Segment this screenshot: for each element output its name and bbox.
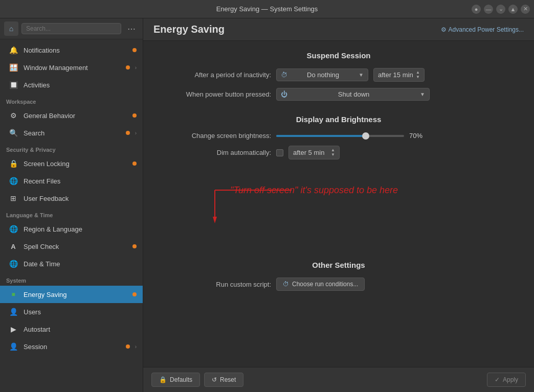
window-maximize-btn[interactable]: ▲: [508, 5, 518, 14]
search-dot: [126, 131, 130, 135]
session-icon: 👤: [8, 341, 18, 352]
chevron-right-icon: ›: [135, 130, 137, 136]
window-management-dot: [126, 65, 130, 70]
inactivity-label: After a period of inactivity:: [159, 71, 271, 79]
power-button-row: When power button pressed: ⏻ Shut down ▼: [159, 88, 519, 101]
sidebar-item-search[interactable]: 🔍 Search ›: [0, 124, 143, 142]
brightness-slider-fill: [276, 135, 366, 137]
other-settings-group: Other Settings Run custom script: ⏱ Choo…: [159, 261, 519, 291]
sidebar: ⌂ ⋯ 🔔 Notifications 🪟 Window Management …: [0, 18, 143, 392]
sidebar-item-window-management[interactable]: 🪟 Window Management ›: [0, 59, 143, 76]
sidebar-item-spell-check[interactable]: A Spell Check: [0, 238, 143, 255]
sidebar-section-system: System: [0, 272, 143, 286]
session-dot: [126, 344, 130, 349]
window-shade-btn[interactable]: ⌄: [496, 5, 505, 14]
spinner-controls: ▲ ▼: [416, 71, 420, 79]
sidebar-item-users[interactable]: 👤 Users: [0, 303, 143, 320]
page-title: Energy Saving: [153, 24, 225, 35]
spinner-up-icon[interactable]: ▲: [416, 71, 420, 75]
brightness-slider-thumb[interactable]: [362, 132, 369, 140]
screen-locking-dot: [132, 162, 137, 166]
do-nothing-icon: ⏱: [281, 71, 287, 79]
shutdown-icon: ⏻: [281, 90, 287, 98]
other-settings-title: Other Settings: [159, 261, 519, 269]
custom-script-label: Run custom script:: [159, 281, 271, 288]
sidebar-header: ⌂ ⋯: [0, 18, 143, 39]
sidebar-item-label: Session: [24, 343, 121, 351]
brightness-slider-track[interactable]: [276, 135, 404, 137]
sidebar-item-label: Recent Files: [24, 177, 137, 185]
display-brightness-group: Display and Brightness Change screen bri…: [159, 115, 519, 246]
spell-check-dot: [132, 244, 137, 248]
apply-button[interactable]: ✓ Apply: [487, 373, 526, 387]
defaults-button[interactable]: 🔒 Defaults: [151, 373, 200, 387]
sidebar-item-label: Window Management: [24, 64, 121, 72]
dim-spinner[interactable]: after 5 min ▲ ▼: [288, 146, 340, 159]
reset-button[interactable]: ↺ Reset: [204, 373, 243, 387]
chevron-right-icon: ›: [135, 65, 137, 71]
window-minimize-btn[interactable]: —: [484, 5, 493, 14]
window-close-btn[interactable]: ✕: [521, 5, 530, 14]
content-body: Suspend Session After a period of inacti…: [143, 41, 534, 367]
dropdown-arrow-icon: ▼: [420, 91, 425, 97]
sidebar-section-workspace: Workspace: [0, 94, 143, 107]
sidebar-item-energy-saving[interactable]: ■ Energy Saving: [0, 286, 143, 303]
date-time-icon: 🌐: [8, 259, 18, 269]
main-layout: ⌂ ⋯ 🔔 Notifications 🪟 Window Management …: [0, 18, 534, 392]
spinner-down-icon[interactable]: ▼: [331, 153, 335, 157]
notifications-dot: [132, 48, 137, 52]
defaults-icon: 🔒: [159, 376, 167, 383]
suspend-session-group: Suspend Session After a period of inacti…: [159, 51, 519, 101]
sidebar-item-activities[interactable]: 🔲 Activities: [0, 76, 143, 94]
general-behavior-icon: ⚙: [8, 110, 18, 121]
sidebar-item-autostart[interactable]: ▶ Autostart: [0, 320, 143, 338]
sidebar-item-recent-files[interactable]: 🌐 Recent Files: [0, 172, 143, 190]
sidebar-item-notifications[interactable]: 🔔 Notifications: [0, 41, 143, 59]
dim-label: Dim automatically:: [159, 149, 271, 156]
sidebar-item-label: Spell Check: [24, 243, 127, 250]
energy-saving-icon: ■: [8, 289, 18, 299]
spinner-up-icon[interactable]: ▲: [331, 148, 335, 152]
sidebar-item-label: Screen Locking: [24, 160, 127, 168]
users-icon: 👤: [8, 307, 18, 317]
brightness-value: 70%: [409, 132, 430, 140]
window-idle-btn[interactable]: ●: [472, 5, 481, 14]
autostart-icon: ▶: [8, 324, 18, 334]
sidebar-item-label: General Behavior: [24, 112, 127, 120]
spell-check-icon: A: [8, 241, 18, 251]
sidebar-item-user-feedback[interactable]: ⊞ User Feedback: [0, 190, 143, 207]
sidebar-item-general-behavior[interactable]: ⚙ General Behavior: [0, 107, 143, 124]
window-controls: ● — ⌄ ▲ ✕: [472, 5, 530, 14]
titlebar: Energy Saving — System Settings ● — ⌄ ▲ …: [0, 0, 534, 18]
inactivity-spinner[interactable]: after 15 min ▲ ▼: [373, 68, 425, 82]
footer-left-buttons: 🔒 Defaults ↺ Reset: [151, 373, 243, 387]
power-settings-icon: ⚙: [441, 26, 447, 33]
custom-script-row: Run custom script: ⏱ Choose run conditio…: [159, 278, 519, 291]
sidebar-item-label: Autostart: [24, 326, 137, 333]
search-icon: 🔍: [8, 128, 18, 138]
general-behavior-dot: [132, 113, 137, 118]
chevron-right-icon: ›: [135, 344, 137, 350]
advanced-power-button[interactable]: ⚙ Advanced Power Settings...: [441, 26, 524, 33]
spinner-down-icon[interactable]: ▼: [416, 75, 420, 79]
sidebar-item-date-time[interactable]: 🌐 Date & Time: [0, 255, 143, 272]
sidebar-item-screen-locking[interactable]: 🔒 Screen Locking: [0, 155, 143, 172]
user-feedback-icon: ⊞: [8, 193, 18, 203]
energy-saving-dot: [132, 292, 137, 296]
config-button[interactable]: ⋯: [124, 21, 139, 36]
display-brightness-title: Display and Brightness: [159, 115, 519, 124]
sidebar-item-region-language[interactable]: 🌐 Region & Language: [0, 220, 143, 238]
dropdown-arrow-icon: ▼: [359, 72, 364, 78]
inactivity-dropdown[interactable]: ⏱ Do nothing ▼: [276, 68, 368, 81]
home-button[interactable]: ⌂: [4, 21, 18, 36]
search-input[interactable]: [21, 23, 121, 34]
power-button-dropdown[interactable]: ⏻ Shut down ▼: [276, 88, 430, 101]
sidebar-item-label: Users: [24, 308, 137, 316]
svg-marker-2: [213, 217, 217, 223]
dim-checkbox[interactable]: [276, 149, 283, 156]
sidebar-item-label: Notifications: [24, 47, 127, 54]
annotation-area: "Turn off screen" it's supposed to be he…: [189, 185, 519, 246]
notifications-icon: 🔔: [8, 45, 18, 55]
choose-run-conditions-button[interactable]: ⏱ Choose run conditions...: [276, 278, 365, 291]
sidebar-item-session[interactable]: 👤 Session ›: [0, 338, 143, 355]
